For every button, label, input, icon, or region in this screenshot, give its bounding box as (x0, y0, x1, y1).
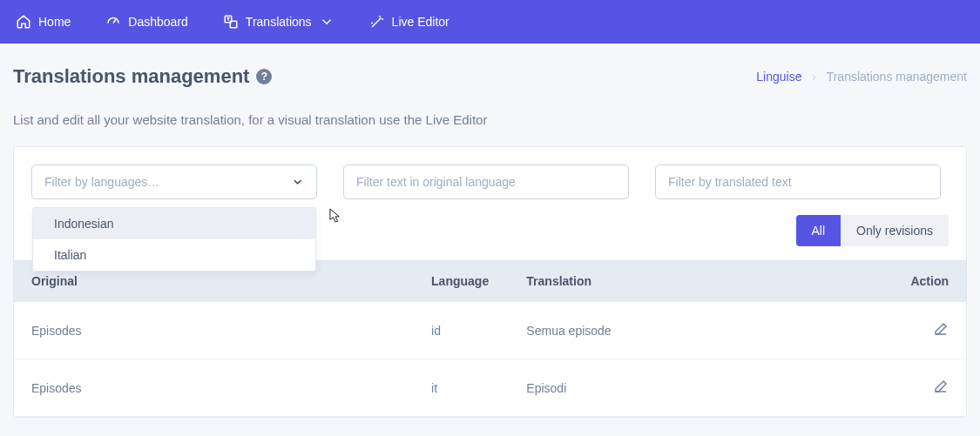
option-indonesian[interactable]: Indonesian (33, 208, 315, 239)
translations-table: Original Language Translation Action Epi… (14, 260, 966, 417)
page-title-text: Translations management (13, 65, 249, 88)
cell-original: Episodes (14, 302, 414, 359)
help-icon[interactable]: ? (256, 69, 272, 84)
wand-icon (369, 14, 385, 30)
edit-icon[interactable] (933, 321, 949, 339)
nav-home-label: Home (38, 15, 71, 29)
cell-language: it (414, 359, 509, 417)
filter-languages[interactable]: Indonesian Italian (31, 164, 317, 199)
chevron-down-icon (291, 175, 304, 189)
col-language: Language (414, 260, 509, 302)
nav-live-editor[interactable]: Live Editor (369, 14, 449, 30)
cell-language: id (414, 302, 509, 359)
table-row: Episodes id Semua episode (14, 302, 966, 359)
page: Translations management ? Linguise › Tra… (0, 44, 980, 418)
breadcrumb: Linguise › Translations management (756, 70, 967, 84)
filter-original-input[interactable] (356, 175, 616, 189)
seg-all[interactable]: All (796, 215, 841, 246)
nav-home[interactable]: Home (16, 14, 71, 30)
language-dropdown: Indonesian Italian (32, 207, 316, 272)
cell-original: Episodes (14, 359, 414, 417)
top-nav: Home Dashboard Translations Live Editor (0, 0, 980, 44)
crumb-current: Translations management (827, 70, 967, 84)
col-action: Action (871, 260, 966, 302)
cell-translation: Episodi (509, 359, 870, 417)
filter-translated[interactable] (655, 164, 941, 199)
chevron-down-icon (319, 14, 335, 30)
home-icon (16, 14, 31, 30)
option-italian[interactable]: Italian (33, 239, 315, 271)
filter-languages-input[interactable] (44, 175, 291, 189)
cell-translation: Semua episode (509, 302, 870, 359)
filter-row: Indonesian Italian (14, 164, 966, 210)
edit-icon[interactable] (933, 379, 949, 397)
page-title: Translations management ? (13, 65, 272, 88)
page-subtitle: List and edit all your website translati… (13, 112, 967, 127)
nav-dashboard-label: Dashboard (128, 15, 188, 29)
nav-translations-label: Translations (246, 15, 312, 29)
seg-revisions[interactable]: Only revisions (841, 215, 949, 246)
crumb-root[interactable]: Linguise (756, 70, 801, 84)
revision-toggle: All Only revisions (796, 215, 949, 246)
nav-dashboard[interactable]: Dashboard (105, 14, 188, 30)
cell-action (871, 359, 966, 417)
page-header: Translations management ? Linguise › Tra… (13, 65, 967, 88)
nav-translations[interactable]: Translations (223, 14, 335, 30)
nav-live-editor-label: Live Editor (392, 15, 449, 29)
translate-icon (223, 14, 239, 30)
col-translation: Translation (509, 260, 870, 302)
filter-original[interactable] (343, 164, 629, 199)
gauge-icon (105, 14, 121, 30)
filter-translated-input[interactable] (668, 175, 928, 189)
table-row: Episodes it Episodi (14, 359, 966, 417)
crumb-sep: › (812, 70, 816, 84)
cell-action (871, 302, 966, 359)
filters-card: Indonesian Italian All Only revisions Or… (13, 146, 967, 418)
